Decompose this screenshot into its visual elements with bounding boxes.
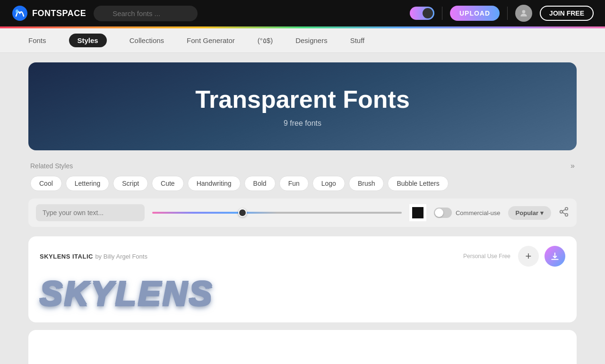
font-name: SKYLENS ITALIC [40,253,93,260]
related-label: Related Styles [30,162,73,170]
theme-toggle[interactable] [410,7,434,20]
size-slider[interactable] [152,212,402,214]
user-icon [519,9,528,18]
logo-icon [11,5,28,22]
style-tag-lettering[interactable]: Lettering [66,176,109,191]
download-icon [550,251,560,261]
font-toolbar: Commercial-use Popular ▾ [28,199,577,227]
avatar[interactable] [515,5,532,22]
search-wrapper [94,6,198,21]
commercial-use-toggle: Commercial-use [434,208,501,218]
logo-text: FONTSPACE [32,9,86,18]
sidebar-item-collections[interactable]: Collections [130,35,164,46]
hero-title: Transparent Fonts [47,85,558,113]
custom-text-input[interactable] [36,204,145,221]
font-preview-text: SKYLENS [40,274,214,313]
svg-line-9 [562,209,565,211]
font-preview: SKYLENS [40,274,565,313]
sidebar-item-fonts[interactable]: Fonts [28,35,46,46]
related-header: Related Styles » [30,162,575,170]
sidebar-item-emoticons[interactable]: (°٥$) [258,35,273,47]
theme-toggle-knob [423,8,433,18]
font-meta: SKYLENS ITALIC by Billy Argel Fonts [40,252,147,260]
search-input[interactable] [94,6,198,21]
style-tag-bold[interactable]: Bold [244,176,276,191]
popular-label: Popular [516,209,538,217]
size-slider-wrap [152,212,402,214]
style-tag-brush[interactable]: Brush [349,176,384,191]
nav-divider-2 [507,7,508,20]
nav-right: UPLOAD JOIN FREE [410,5,594,22]
font-card-2 [28,330,577,364]
hero-banner: Transparent Fonts 9 free fonts [28,62,577,150]
download-button[interactable] [544,246,565,267]
commercial-use-switch[interactable] [434,208,452,218]
style-tag-script[interactable]: Script [113,176,148,191]
secondary-navigation: Fonts Styles Collections Font Generator … [0,28,605,53]
upload-button[interactable]: UPLOAD [450,6,500,21]
style-tag-cute[interactable]: Cute [152,176,184,191]
related-arrow[interactable]: » [570,162,575,170]
font-card-header: SKYLENS ITALIC by Billy Argel Fonts Pers… [40,246,565,267]
nav-divider [442,7,442,20]
popular-sort-button[interactable]: Popular ▾ [508,206,551,220]
share-button[interactable] [559,207,569,219]
join-button[interactable]: JOIN FREE [540,6,594,21]
style-tags-container: Cool Lettering Script Cute Handwriting B… [30,176,575,191]
hero-subtitle: 9 free fonts [47,119,558,128]
style-tag-bubble-letters[interactable]: Bubble Letters [388,176,448,191]
font-action-buttons: + [518,246,565,267]
style-tag-handwriting[interactable]: Handwriting [188,176,241,191]
sidebar-item-stuff[interactable]: Stuff [350,35,365,46]
font-card-actions: Personal Use Free + [463,246,565,267]
sidebar-item-designers[interactable]: Designers [295,35,328,46]
share-icon [559,207,569,217]
commercial-use-label: Commercial-use [456,209,501,217]
top-navigation: FONTSPACE UPLOAD JOIN FREE [0,0,605,26]
svg-point-4 [522,10,526,13]
svg-point-1 [16,9,18,13]
logo-link[interactable]: FONTSPACE [11,5,86,22]
toggle-knob [435,208,443,217]
main-content: Transparent Fonts 9 free fonts Related S… [0,53,605,364]
sidebar-item-styles[interactable]: Styles [69,34,107,47]
color-swatch[interactable] [411,206,424,219]
style-tag-logo[interactable]: Logo [312,176,345,191]
popular-arrow-icon: ▾ [540,209,544,217]
sidebar-item-font-generator[interactable]: Font Generator [187,35,235,46]
style-tag-cool[interactable]: Cool [30,176,62,191]
font-license: Personal Use Free [463,253,510,260]
font-author: by Billy Argel Fonts [95,253,147,260]
style-tag-fun[interactable]: Fun [279,176,309,191]
related-styles-section: Related Styles » Cool Lettering Script C… [28,162,577,191]
color-picker-outer[interactable] [409,204,426,221]
add-to-collection-button[interactable]: + [518,246,539,267]
font-card-skylens: SKYLENS ITALIC by Billy Argel Fonts Pers… [28,236,577,322]
svg-line-8 [562,212,565,214]
